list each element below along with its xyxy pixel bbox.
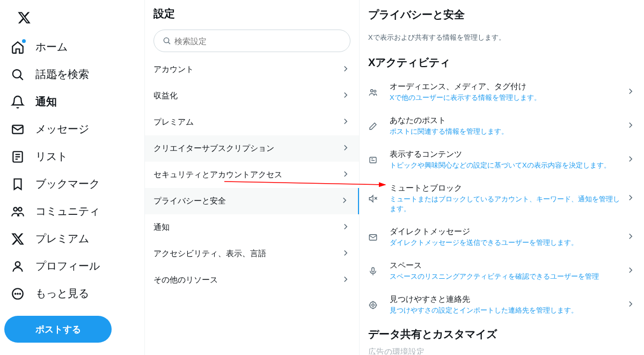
detail-item-title: 見つけやすさと連絡先 xyxy=(390,294,626,305)
detail-item-desc: スペースのリスニングアクティビティを確認できるユーザーを管理 xyxy=(390,272,626,281)
sidebar-item-notifications[interactable]: 通知 xyxy=(4,88,140,115)
svg-point-7 xyxy=(13,207,17,211)
x-icon xyxy=(11,232,25,246)
chevron-right-icon xyxy=(626,154,635,166)
svg-point-17 xyxy=(374,90,376,92)
list-icon xyxy=(11,150,25,164)
settings-item-monetization[interactable]: 収益化 xyxy=(145,83,359,109)
sidebar-item-bookmarks[interactable]: ブックマーク xyxy=(4,170,140,198)
settings-search[interactable] xyxy=(153,30,350,52)
settings-item-account[interactable]: アカウント xyxy=(145,56,359,83)
sidebar-item-label: 話題を検索 xyxy=(35,67,89,82)
home-icon xyxy=(11,40,25,54)
chevron-right-icon xyxy=(341,117,350,128)
settings-item-label: プライバシーと安全 xyxy=(153,196,226,206)
mute-icon xyxy=(368,194,390,204)
svg-rect-24 xyxy=(372,267,375,272)
settings-item-privacy[interactable]: プライバシーと安全 xyxy=(145,188,359,214)
bell-icon xyxy=(11,95,25,109)
detail-item-title: 表示するコンテンツ xyxy=(390,149,626,160)
detail-item-desc: Xで他のユーザーに表示する情報を管理します。 xyxy=(390,93,626,103)
svg-point-13 xyxy=(20,293,21,294)
svg-point-8 xyxy=(18,207,22,211)
settings-item-creator-subs[interactable]: クリエイターサブスクリプション xyxy=(145,135,359,162)
settings-item-label: 通知 xyxy=(153,222,170,233)
chevron-right-icon xyxy=(626,299,635,311)
detail-item-content-you-see[interactable]: 表示するコンテンツトピックや興味関心などの設定に基づいてXの表示内容を決定します… xyxy=(368,143,635,177)
post-button[interactable]: ポストする xyxy=(4,316,112,343)
sidebar-item-profile[interactable]: プロフィール xyxy=(4,252,140,280)
detail-item-spaces[interactable]: スペーススペースのリスニングアクティビティを確認できるユーザーを管理 xyxy=(368,254,635,288)
settings-item-premium[interactable]: プレミアム xyxy=(145,109,359,135)
pencil-icon xyxy=(368,121,390,131)
svg-point-9 xyxy=(16,262,20,266)
chevron-right-icon xyxy=(626,265,635,277)
sidebar-item-explore[interactable]: 話題を検索 xyxy=(4,61,140,88)
detail-item-discoverability[interactable]: 見つけやすさと連絡先見つけやすさの設定とインポートした連絡先を管理します。 xyxy=(368,288,635,322)
detail-section-data: データ共有とカスタマイズ xyxy=(368,322,635,347)
svg-point-26 xyxy=(370,302,376,308)
search-icon xyxy=(163,37,171,45)
sidebar-item-label: もっと見る xyxy=(35,286,89,301)
svg-point-27 xyxy=(372,303,375,306)
svg-line-15 xyxy=(169,42,170,44)
detail-item-dm[interactable]: ダイレクトメッセージダイレクトメッセージを送信できるユーザーを管理します。 xyxy=(368,220,635,254)
detail-item-desc: ダイレクトメッセージを送信できるユーザーを管理します。 xyxy=(390,238,626,248)
svg-point-16 xyxy=(371,89,374,92)
detail-item-title: ダイレクトメッセージ xyxy=(390,227,626,237)
settings-item-resources[interactable]: その他のリソース xyxy=(145,267,359,293)
settings-item-label: アクセシビリティ、表示、言語 xyxy=(153,249,266,259)
sidebar-item-messages[interactable]: メッセージ xyxy=(4,115,140,143)
mic-icon xyxy=(368,266,390,276)
chevron-right-icon xyxy=(341,90,350,102)
search-icon xyxy=(11,68,25,82)
detail-item-audience[interactable]: オーディエンス、メディア、タグ付けXで他のユーザーに表示する情報を管理します。 xyxy=(368,75,635,109)
detail-column: プライバシーと安全 Xで表示および共有する情報を管理します。 Xアクティビティ … xyxy=(360,0,644,355)
sidebar-item-label: リスト xyxy=(35,149,68,164)
settings-item-label: アカウント xyxy=(153,64,194,75)
detail-item-mute-block[interactable]: ミュートとブロックミュートまたはブロックしているアカウント、キーワード、通知を管… xyxy=(368,177,635,220)
settings-item-label: プレミアム xyxy=(153,117,194,127)
sidebar-item-premium[interactable]: プレミアム xyxy=(4,225,140,252)
detail-subtitle: Xで表示および共有する情報を管理します。 xyxy=(368,25,635,50)
detail-item-desc: 見つけやすさの設定とインポートした連絡先を管理します。 xyxy=(390,306,626,315)
sidebar-item-more[interactable]: もっと見る xyxy=(4,280,140,307)
bookmark-icon xyxy=(11,177,25,191)
chevron-right-icon xyxy=(341,248,350,259)
sidebar-item-label: ホーム xyxy=(35,40,68,54)
sidebar-item-home[interactable]: ホーム xyxy=(4,33,140,61)
svg-point-14 xyxy=(164,38,169,42)
svg-point-0 xyxy=(13,69,21,77)
sidebar-nav: ホーム 話題を検索 通知 メッセージ リスト ブックマーク コミュニティ プレ xyxy=(0,0,145,355)
sidebar-item-lists[interactable]: リスト xyxy=(4,143,140,170)
sidebar-item-label: コミュニティ xyxy=(35,204,100,219)
settings-item-accessibility[interactable]: アクセシビリティ、表示、言語 xyxy=(145,241,359,267)
person-icon xyxy=(11,259,25,273)
chevron-right-icon xyxy=(341,222,350,233)
settings-item-label: セキュリティとアカウントアクセス xyxy=(153,170,282,180)
sidebar-item-label: ブックマーク xyxy=(35,177,100,191)
svg-point-11 xyxy=(15,293,16,294)
settings-column: 設定 アカウント 収益化 プレミアム クリエイターサブスクリプション セキュリテ… xyxy=(145,0,360,355)
svg-point-12 xyxy=(17,293,18,294)
target-icon xyxy=(368,300,390,310)
chevron-right-icon xyxy=(341,64,350,75)
detail-item-truncated: 広告の環境設定 xyxy=(368,347,635,354)
svg-rect-18 xyxy=(370,157,376,163)
sidebar-item-communities[interactable]: コミュニティ xyxy=(4,198,140,225)
settings-search-input[interactable] xyxy=(174,37,341,46)
sidebar-item-label: 通知 xyxy=(35,95,57,109)
chevron-right-icon xyxy=(626,231,635,243)
chevron-right-icon xyxy=(626,86,635,98)
settings-item-notifications[interactable]: 通知 xyxy=(145,214,359,241)
detail-item-your-posts[interactable]: あなたのポストポストに関連する情報を管理します。 xyxy=(368,109,635,143)
envelope-icon xyxy=(11,122,25,136)
detail-item-desc: ミュートまたはブロックしているアカウント、キーワード、通知を管理します。 xyxy=(390,194,626,214)
chevron-right-icon xyxy=(341,274,350,286)
x-logo[interactable] xyxy=(11,4,38,31)
people-icon xyxy=(368,88,390,97)
settings-item-security[interactable]: セキュリティとアカウントアクセス xyxy=(145,162,359,188)
detail-item-title: スペース xyxy=(390,260,626,271)
svg-line-1 xyxy=(20,77,23,80)
chevron-right-icon xyxy=(626,120,635,132)
